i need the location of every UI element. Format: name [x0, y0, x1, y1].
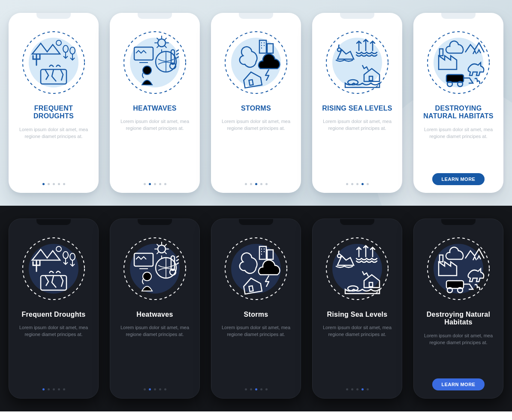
card-title: FREQUENT DROUGHTS	[15, 105, 93, 120]
learn-more-button[interactable]: LEARN MORE	[432, 378, 485, 390]
phone-notch	[340, 219, 374, 225]
phone-notch	[441, 219, 476, 225]
pagination-dots[interactable]	[245, 183, 268, 185]
sea-level-icon	[323, 234, 392, 303]
habitat-icon	[424, 28, 493, 97]
onboarding-card: DESTROYING NATURAL HABITATS Lorem ipsum …	[413, 13, 503, 193]
svg-point-27	[332, 244, 382, 294]
phone-notch	[340, 13, 374, 19]
pagination-dots[interactable]	[346, 183, 369, 185]
svg-point-22	[332, 38, 382, 87]
drought-icon	[19, 28, 88, 97]
card-desc: Lorem ipsum dolor sit amet, mea regione …	[321, 118, 394, 132]
phone-notch	[36, 219, 71, 225]
onboarding-card: STORMS Lorem ipsum dolor sit amet, mea r…	[211, 13, 301, 193]
phone-notch	[441, 13, 476, 19]
card-title: RISING SEA LEVELS	[322, 105, 392, 112]
heatwave-icon	[120, 234, 189, 303]
onboarding-card: Frequent Droughts Lorem ipsum dolor sit …	[9, 219, 99, 399]
card-desc: Lorem ipsum dolor sit amet, mea regione …	[422, 126, 495, 140]
phone-notch	[36, 13, 71, 19]
pagination-dots[interactable]	[346, 388, 369, 390]
card-desc: Lorem ipsum dolor sit amet, mea regione …	[321, 324, 394, 338]
pagination-dots[interactable]	[144, 388, 166, 390]
onboarding-card: RISING SEA LEVELS Lorem ipsum dolor sit …	[312, 13, 402, 193]
onboarding-light-row: FREQUENT DROUGHTS Lorem ipsum dolor sit …	[0, 0, 512, 206]
pagination-dots[interactable]	[42, 388, 65, 390]
pagination-dots[interactable]	[144, 183, 166, 185]
onboarding-card: Destroying Natural Habitats Lorem ipsum …	[413, 219, 503, 399]
pagination-dots[interactable]	[42, 183, 65, 185]
card-title: Frequent Droughts	[21, 311, 85, 318]
card-title: HEATWAVES	[133, 105, 177, 112]
card-desc: Lorem ipsum dolor sit amet, mea regione …	[118, 324, 191, 338]
storm-icon	[222, 28, 290, 97]
onboarding-dark-row: Frequent Droughts Lorem ipsum dolor sit …	[0, 206, 512, 411]
card-desc: Lorem ipsum dolor sit amet, mea regione …	[422, 333, 495, 346]
onboarding-card: Rising Sea Levels Lorem ipsum dolor sit …	[312, 219, 402, 399]
onboarding-card: FREQUENT DROUGHTS Lorem ipsum dolor sit …	[9, 13, 99, 193]
onboarding-card: Storms Lorem ipsum dolor sit amet, mea r…	[211, 219, 301, 399]
card-desc: Lorem ipsum dolor sit amet, mea regione …	[220, 324, 292, 338]
card-desc: Lorem ipsum dolor sit amet, mea regione …	[17, 126, 90, 140]
learn-more-button[interactable]: LEARN MORE	[432, 173, 485, 185]
sea-level-icon	[323, 28, 392, 97]
card-desc: Lorem ipsum dolor sit amet, mea regione …	[118, 118, 191, 132]
phone-notch	[138, 219, 172, 225]
heatwave-icon	[120, 28, 189, 97]
card-title: DESTROYING NATURAL HABITATS	[419, 105, 497, 120]
card-title: Rising Sea Levels	[327, 311, 387, 318]
pagination-dots[interactable]	[245, 388, 268, 390]
phone-notch	[239, 219, 273, 225]
drought-icon	[19, 234, 88, 303]
habitat-icon	[424, 234, 493, 303]
onboarding-card: Heatwaves Lorem ipsum dolor sit amet, me…	[110, 219, 200, 399]
phone-notch	[138, 13, 172, 19]
card-desc: Lorem ipsum dolor sit amet, mea regione …	[220, 118, 292, 132]
card-title: STORMS	[241, 105, 271, 112]
phone-notch	[239, 13, 273, 19]
storm-icon	[222, 234, 290, 303]
card-title: Destroying Natural Habitats	[420, 311, 497, 327]
card-title: Storms	[244, 311, 268, 318]
card-title: Heatwaves	[136, 311, 173, 318]
onboarding-card: HEATWAVES Lorem ipsum dolor sit amet, me…	[110, 13, 200, 193]
card-desc: Lorem ipsum dolor sit amet, mea regione …	[17, 324, 90, 338]
